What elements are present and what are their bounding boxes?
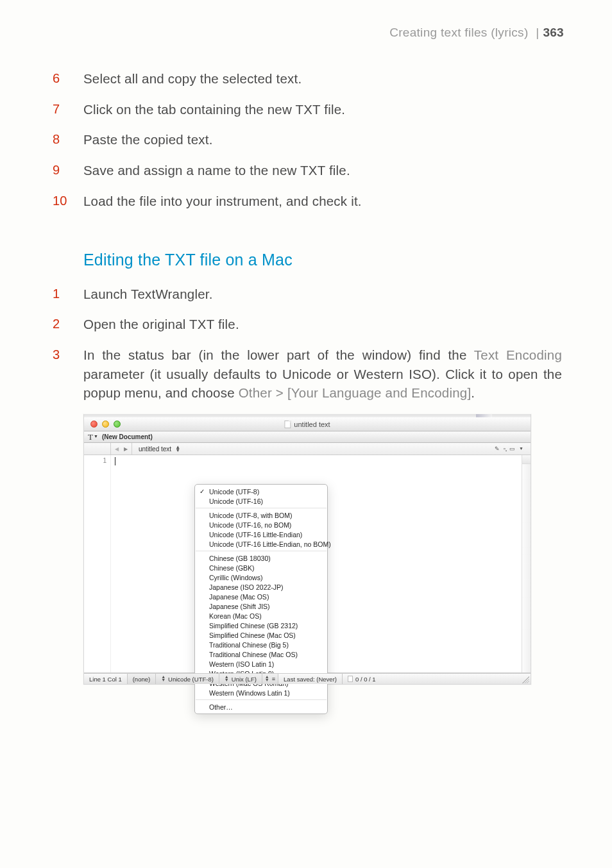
textwrangler-screenshot: untitled text T ▼ (New Document) ◀ ▶ unt…: [83, 414, 531, 685]
resize-grip-icon[interactable]: [522, 676, 529, 683]
document-tab[interactable]: untitled text ▲▼: [132, 446, 187, 453]
tabbar-more-icon[interactable]: ▼: [519, 446, 523, 451]
header-section-title: Creating text files (lyrics): [389, 26, 528, 39]
page-content: 6 Select all and copy the selected text.…: [53, 69, 562, 685]
list-icon: ≡: [272, 676, 275, 682]
step-number: 3: [53, 346, 83, 403]
header-divider: |: [536, 26, 539, 39]
next-icon[interactable]: ▶: [124, 446, 128, 452]
line-number-gutter: 1: [84, 455, 111, 672]
step3-post: .: [471, 385, 475, 400]
ui-label-other-encoding: Other > [Your Language and Encoding]: [239, 385, 472, 400]
status-language-selector[interactable]: (none): [128, 674, 156, 684]
step-text: Click on the tab containing the new TXT …: [83, 100, 562, 119]
status-extra-selector[interactable]: ▲▼ ≡: [262, 674, 278, 684]
step3-pre: In the status bar (in the lower part of …: [83, 347, 474, 362]
drawer-title: (New Document): [102, 433, 153, 440]
step-item: 7 Click on the tab containing the new TX…: [53, 100, 562, 119]
line-number: 1: [84, 457, 106, 464]
minimize-icon[interactable]: [102, 421, 109, 428]
tab-action-icon[interactable]: ▭: [509, 446, 515, 452]
step-item: 6 Select all and copy the selected text.: [53, 69, 562, 88]
encoding-menu-item[interactable]: Simplified Chinese (GB 2312): [195, 621, 327, 630]
step-item: 9 Save and assign a name to the new TXT …: [53, 161, 562, 180]
running-header: Creating text files (lyrics) |363: [389, 26, 564, 40]
step-text: Open the original TXT file.: [83, 315, 562, 334]
step-number: 2: [53, 315, 83, 334]
step-item: 3 In the status bar (in the lower part o…: [53, 346, 562, 403]
step-item: 1 Launch TextWrangler.: [53, 285, 562, 304]
encoding-menu-item[interactable]: Korean (Mac OS): [195, 611, 327, 621]
page-number: 363: [543, 26, 564, 39]
document-icon: [284, 421, 291, 428]
doc-dot-icon[interactable]: ▫•: [504, 446, 506, 452]
encoding-menu-item[interactable]: Simplified Chinese (Mac OS): [195, 630, 327, 640]
status-last-saved: Last saved: (Never): [278, 674, 343, 684]
stepper-icon: ▲▼: [225, 676, 229, 682]
encoding-menu-item[interactable]: Japanese (ISO 2022-JP): [195, 582, 327, 592]
document-icon: [348, 676, 353, 682]
encoding-menu-item[interactable]: Japanese (Mac OS): [195, 592, 327, 601]
ui-label-text-encoding: Text Encoding: [474, 347, 562, 362]
encoding-menu-item[interactable]: Unicode (UTF-8, with BOM): [195, 510, 327, 520]
text-editor[interactable]: Unicode (UTF-8)Unicode (UTF-16)Unicode (…: [111, 455, 522, 672]
vertical-scrollbar[interactable]: [522, 455, 531, 672]
step-number: 6: [53, 69, 83, 88]
step-text: Select all and copy the selected text.: [83, 69, 562, 88]
section-heading: Editing the TXT file on a Mac: [83, 251, 562, 269]
text-caret: [115, 457, 115, 465]
step-text: In the status bar (in the lower part of …: [83, 346, 562, 403]
step-number: 1: [53, 285, 83, 304]
encoding-menu-item[interactable]: Chinese (GB 18030): [195, 553, 327, 563]
text-tool-icon: T: [88, 432, 93, 442]
scrollbar-cap: [522, 455, 531, 464]
steps-continued-list: 6 Select all and copy the selected text.…: [53, 69, 562, 211]
encoding-menu-item[interactable]: Unicode (UTF-16 Little-Endian, no BOM): [195, 539, 327, 549]
encoding-menu-item[interactable]: Traditional Chinese (Mac OS): [195, 649, 327, 659]
scrollbar-track[interactable]: [522, 464, 531, 672]
step-number: 10: [53, 192, 83, 211]
toolbar-right: ✎ ▫• ▭ ▼: [495, 446, 527, 452]
traffic-lights: [84, 421, 121, 428]
status-counts: 0 / 0 / 1: [343, 674, 381, 684]
menu-separator: [196, 551, 327, 551]
step-number: 9: [53, 161, 83, 180]
close-icon[interactable]: [90, 421, 98, 428]
document-tabbar: ◀ ▶ untitled text ▲▼ ✎ ▫• ▭ ▼: [84, 443, 531, 455]
prev-icon[interactable]: ◀: [115, 446, 119, 452]
encoding-menu-item[interactable]: Cyrillic (Windows): [195, 572, 327, 582]
tab-title: untitled text: [139, 446, 171, 453]
tab-nav-arrows[interactable]: ◀ ▶: [111, 443, 132, 455]
window-title: untitled text: [284, 421, 330, 428]
encoding-menu-item[interactable]: Western (Windows Latin 1): [195, 688, 327, 697]
status-encoding-selector[interactable]: ▲▼ Unicode (UTF-8): [156, 674, 219, 684]
encoding-menu-item[interactable]: Unicode (UTF-8): [195, 487, 327, 496]
status-bar: Line 1 Col 1 (none) ▲▼ Unicode (UTF-8) ▲…: [84, 673, 531, 684]
status-cursor-position: Line 1 Col 1: [84, 674, 128, 684]
encoding-menu-item[interactable]: Western (ISO Latin 1): [195, 659, 327, 669]
stepper-icon: ▲▼: [161, 676, 166, 682]
step-text: Save and assign a name to the new TXT fi…: [83, 161, 562, 180]
encoding-menu-item[interactable]: Other…: [195, 702, 327, 712]
window-titlebar[interactable]: untitled text: [84, 417, 531, 431]
step-number: 7: [53, 100, 83, 119]
step-text: Load the file into your instrument, and …: [83, 192, 562, 211]
zoom-icon[interactable]: [114, 421, 121, 428]
encoding-menu-item[interactable]: Unicode (UTF-16): [195, 496, 327, 506]
drawer-header[interactable]: T ▼ (New Document): [84, 431, 531, 443]
encoding-menu-item[interactable]: Chinese (GBK): [195, 563, 327, 572]
editor-area: 1 Unicode (UTF-8)Unicode (UTF-16)Unicode…: [84, 455, 531, 673]
encoding-menu-item[interactable]: Traditional Chinese (Big 5): [195, 640, 327, 649]
steps-mac-list: 1 Launch TextWrangler. 2 Open the origin…: [53, 285, 562, 403]
menu-separator: [196, 508, 327, 508]
stepper-icon: ▲▼: [265, 676, 269, 682]
step-item: 8 Paste the copied text.: [53, 130, 562, 149]
disclosure-triangle-icon[interactable]: ▼: [94, 434, 98, 438]
stepper-icon[interactable]: ▲▼: [175, 446, 180, 453]
encoding-menu-item[interactable]: Unicode (UTF-16, no BOM): [195, 520, 327, 530]
pencil-icon[interactable]: ✎: [495, 446, 500, 452]
encoding-menu-item[interactable]: Unicode (UTF-16 Little-Endian): [195, 530, 327, 539]
menu-separator: [196, 699, 327, 700]
status-line-endings-selector[interactable]: ▲▼ Unix (LF): [219, 674, 262, 684]
encoding-menu-item[interactable]: Japanese (Shift JIS): [195, 601, 327, 611]
